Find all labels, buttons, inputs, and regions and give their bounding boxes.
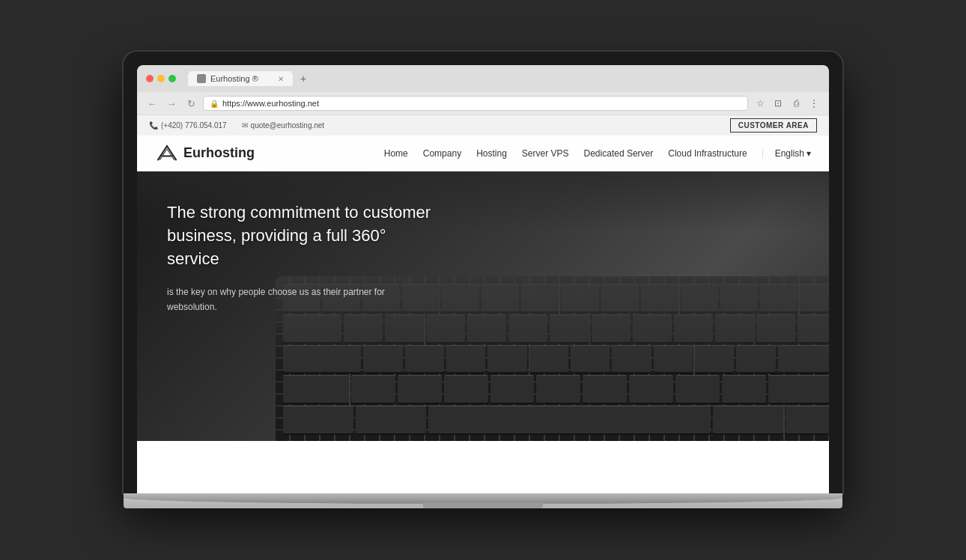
key (798, 314, 829, 342)
key (283, 375, 349, 403)
key (778, 345, 829, 373)
key-row-3 (283, 345, 829, 373)
key (283, 345, 362, 373)
browser-toolbar: ← → ↻ 🔒 https://www.eurhosting.net ☆ ⊡ ⎙… (137, 92, 829, 115)
traffic-lights (146, 75, 176, 82)
hero-content: The strong commitment to customer busine… (167, 201, 437, 314)
info-bar: 📞 (+420) 776.054.017 ✉ quote@eurhosting.… (137, 115, 829, 136)
key (612, 345, 651, 373)
below-hero-section (137, 441, 829, 493)
key (736, 345, 775, 373)
key (446, 345, 485, 373)
language-label: English (775, 148, 804, 159)
key (487, 345, 526, 373)
hero-section: The strong commitment to customer busine… (137, 171, 829, 441)
customer-area-button[interactable]: CUSTOMER AREA (730, 118, 817, 133)
key (426, 314, 465, 342)
nav-cloud-infrastructure[interactable]: Cloud Infrastructure (668, 148, 747, 159)
nav-server-vps[interactable]: Server VPS (522, 148, 569, 159)
new-tab-button[interactable]: + (296, 71, 311, 86)
key (482, 284, 519, 311)
key (681, 284, 718, 311)
key (592, 314, 631, 342)
key (508, 314, 547, 342)
key (571, 345, 610, 373)
chevron-down-icon: ▾ (806, 148, 811, 159)
url-display: https://www.eurhosting.net (222, 99, 319, 108)
website-content: Eurhosting Home Company Hosting Server V… (137, 136, 829, 493)
key (521, 284, 559, 311)
maximize-button[interactable] (168, 75, 176, 82)
key (385, 314, 424, 342)
back-button[interactable]: ← (145, 96, 160, 111)
key (442, 284, 479, 311)
key (674, 314, 713, 342)
laptop-frame: Eurhosting ® ✕ + ← → ↻ 🔒 https://www.eur… (124, 52, 842, 508)
key (786, 406, 829, 433)
key (654, 345, 693, 373)
cast-icon[interactable]: ⊡ (771, 96, 786, 111)
key (715, 314, 754, 342)
key (760, 284, 798, 311)
refresh-button[interactable]: ↻ (183, 96, 198, 111)
tab-bar: Eurhosting ® ✕ + (188, 71, 820, 86)
key (405, 345, 444, 373)
key (550, 314, 589, 342)
phone-icon: 📞 (149, 121, 158, 130)
key (720, 284, 758, 311)
nav-dedicated-server[interactable]: Dedicated Server (584, 148, 654, 159)
browser-titlebar: Eurhosting ® ✕ + (137, 65, 829, 92)
key (363, 345, 402, 373)
active-tab[interactable]: Eurhosting ® ✕ (188, 71, 293, 86)
laptop-stand (124, 493, 842, 504)
key (536, 375, 580, 403)
key (633, 314, 672, 342)
key (601, 284, 639, 311)
nav-company[interactable]: Company (423, 148, 461, 159)
key (398, 375, 442, 403)
close-button[interactable] (146, 75, 154, 82)
key (529, 345, 568, 373)
minimize-button[interactable] (157, 75, 165, 82)
key (675, 375, 720, 403)
key (444, 375, 488, 403)
address-bar[interactable]: 🔒 https://www.eurhosting.net (203, 96, 748, 111)
key (756, 314, 795, 342)
key (800, 284, 829, 311)
tab-close-icon[interactable]: ✕ (278, 75, 284, 83)
laptop-base (124, 493, 842, 508)
forward-button[interactable]: → (164, 96, 179, 111)
nav-home[interactable]: Home (384, 148, 408, 159)
key (722, 375, 766, 403)
hero-subtext: is the key on why people choose us as th… (167, 285, 437, 314)
bookmark-icon[interactable]: ☆ (753, 96, 768, 111)
key (641, 284, 678, 311)
tab-favicon (197, 74, 206, 83)
key (768, 375, 830, 403)
menu-icon[interactable]: ⋮ (806, 96, 821, 111)
nav-hosting[interactable]: Hosting (476, 148, 507, 159)
nav-links: Home Company Hosting Server VPS Dedicate… (384, 148, 811, 159)
key (467, 314, 506, 342)
key (583, 375, 627, 403)
email-address: quote@eurhosting.net (251, 121, 325, 130)
key (283, 406, 353, 433)
key (283, 314, 341, 342)
key-row-4 (283, 375, 829, 403)
tab-title: Eurhosting ® (210, 74, 258, 83)
site-logo[interactable]: Eurhosting (155, 143, 255, 164)
hero-headline: The strong commitment to customer busine… (167, 201, 437, 270)
key (695, 345, 734, 373)
key (561, 284, 598, 311)
key (356, 406, 426, 433)
key (344, 314, 383, 342)
key-row-5 (283, 406, 829, 433)
print-icon[interactable]: ⎙ (789, 96, 804, 111)
language-selector[interactable]: English ▾ (762, 148, 811, 159)
key (713, 406, 783, 433)
key (629, 375, 673, 403)
toolbar-actions: ☆ ⊡ ⎙ ⋮ (753, 96, 821, 111)
key (490, 375, 535, 403)
key-row-2 (283, 314, 829, 342)
email-info: ✉ quote@eurhosting.net (242, 121, 325, 130)
